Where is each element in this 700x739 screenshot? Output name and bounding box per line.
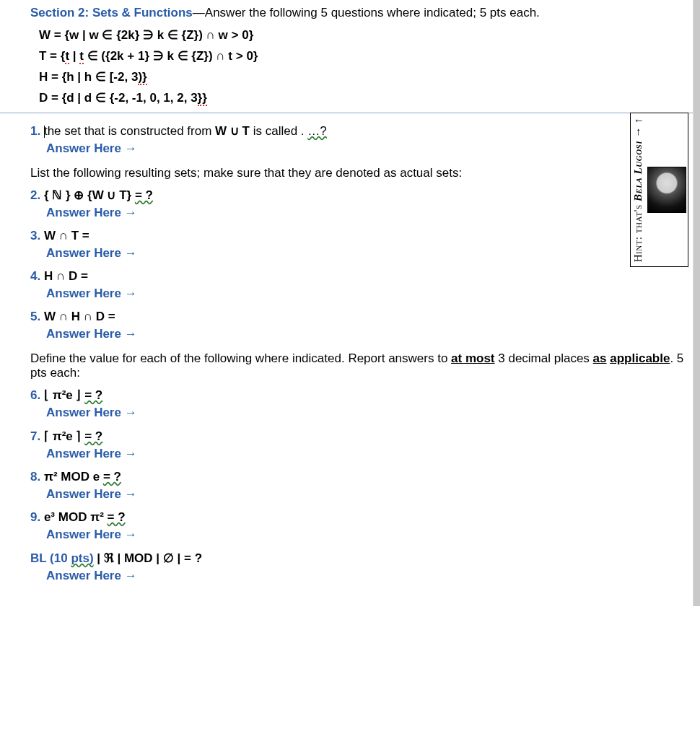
question-6: 6. ⌊ π²e ⌋ = ? [30,388,686,403]
answer-here-5[interactable]: Answer Here → [46,327,686,341]
questions-list: 1. the set that is constructed from W ∪ … [30,123,686,583]
question-4: 4. H ∩ D = [30,269,686,284]
answer-here-7[interactable]: Answer Here → [46,447,686,461]
section-title: Section 2: Sets & Functions [30,6,193,19]
instruction-list-sets: List the following resulting sets; make … [30,166,686,180]
definition-W: W = {w | w ∈ {2k} ∋ k ∈ {Z}) ∩ w > 0} [39,27,686,43]
definition-T: T = {t | t ∈ ({2k + 1} ∋ k ∈ {Z}) ∩ t > … [39,48,686,64]
bela-lugosi-portrait [647,167,686,213]
question-8: 8. π² MOD e = ? [30,470,686,484]
answer-here-6[interactable]: Answer Here → [46,406,686,420]
question-9: 9. e³ MOD π² = ? [30,510,686,525]
divider [0,113,700,113]
question-1: 1. the set that is constructed from W ∪ … [30,123,686,139]
answer-here-8[interactable]: Answer Here → [46,487,686,502]
question-number: 1. [30,124,44,138]
scrollbar-thumb[interactable] [694,0,700,606]
definition-H: H = {h | h ∈ [-2, 3)} [39,69,686,84]
answer-here-4[interactable]: Answer Here → [46,287,686,301]
hint-box: Hint: that's Bela Lugosi → ↑ [630,113,688,267]
hint-text: Hint: that's Bela Lugosi → ↑ [632,116,644,263]
question-7: 7. ⌈ π²e ⌉ = ? [30,429,686,444]
instruction-define-values: Define the value for each of the followi… [30,351,686,380]
answer-here-1[interactable]: Answer Here → [46,141,686,156]
section-header: Section 2: Sets & Functions—Answer the f… [30,6,686,20]
definition-D: D = {d | d ∈ {-2, -1, 0, 1, 2, 3}} [39,90,686,105]
answer-here-bl[interactable]: Answer Here → [46,569,686,583]
section-subtitle: —Answer the following 5 questions where … [193,6,540,19]
vertical-scrollbar[interactable] [693,0,700,606]
question-5: 5. W ∩ H ∩ D = [30,310,686,324]
question-2: 2. { ℕ } ⊕ {W ∪ T} = ? [30,188,686,203]
answer-here-3[interactable]: Answer Here → [46,246,686,261]
answer-here-2[interactable]: Answer Here → [46,206,686,220]
question-3: 3. W ∩ T = [30,229,686,243]
document-page: Section 2: Sets & Functions—Answer the f… [0,0,700,606]
set-definitions: W = {w | w ∈ {2k} ∋ k ∈ {Z}) ∩ w > 0} T … [39,27,686,105]
question-bl: BL (10 pts) | ℜ | MOD | ∅ | = ? [30,551,686,566]
answer-here-9[interactable]: Answer Here → [46,528,686,542]
